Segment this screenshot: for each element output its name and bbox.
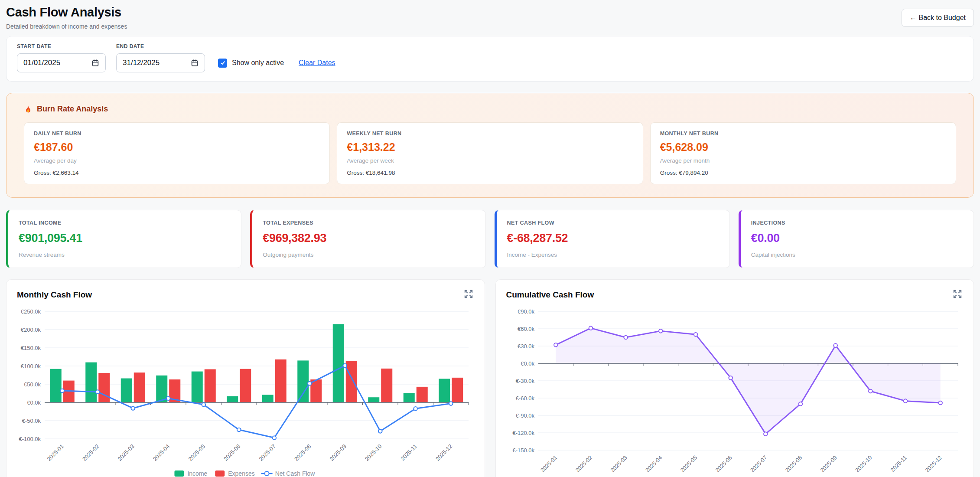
card-caption: Revenue streams [19,252,231,258]
svg-text:Expenses: Expenses [228,470,254,477]
monthly-net-burn-card: MONTHLY NET BURN €5,628.09 Average per m… [650,122,956,184]
svg-text:2025-11: 2025-11 [399,443,418,462]
svg-text:2025-05: 2025-05 [187,443,206,462]
daily-net-burn-card: DAILY NET BURN €187.60 Average per day G… [24,122,330,184]
svg-text:2025-05: 2025-05 [679,454,698,474]
svg-text:2025-09: 2025-09 [819,454,838,474]
expand-icon [464,289,473,299]
svg-text:€90.0k: €90.0k [517,308,534,315]
chart-header: Monthly Cash Flow [17,288,474,301]
svg-text:Income: Income [187,470,207,477]
weekly-net-burn-card: WEEKLY NET BURN €1,313.22 Average per we… [337,122,643,184]
show-only-active-row: Show only active [218,53,284,72]
svg-text:€0.0k: €0.0k [521,360,534,367]
calendar-icon[interactable] [91,59,99,67]
card-label: INJECTIONS [751,220,963,226]
start-date-value: 01/01/2025 [23,59,60,67]
svg-text:2025-09: 2025-09 [329,443,348,462]
start-date-field: START DATE 01/01/2025 [17,43,106,72]
svg-text:Net Cash Flow: Net Cash Flow [275,470,316,477]
start-date-input[interactable]: 01/01/2025 [17,53,106,72]
svg-text:2025-10: 2025-10 [854,454,873,474]
svg-text:2025-08: 2025-08 [784,454,803,474]
end-date-field: END DATE 31/12/2025 [116,43,205,72]
calendar-icon[interactable] [191,59,199,67]
card-value: €969,382.93 [263,232,475,245]
svg-text:€-50.0k: €-50.0k [22,418,41,424]
card-label: WEEKLY NET BURN [347,131,633,137]
svg-text:2025-02: 2025-02 [574,454,593,474]
card-value: €1,313.22 [347,141,633,154]
page-header: Cash Flow Analysis Detailed breakdown of… [6,5,974,30]
card-label: TOTAL EXPENSES [263,220,475,226]
svg-text:2025-06: 2025-06 [222,443,241,462]
cumulative-cash-flow-chart: €90.0k€60.0k€30.0k€0.0k€-30.0k€-60.0k€-9… [506,305,963,477]
header-text: Cash Flow Analysis Detailed breakdown of… [6,5,127,30]
svg-text:€-120.0k: €-120.0k [512,430,534,436]
card-value: €0.00 [751,232,963,245]
svg-text:2025-07: 2025-07 [749,454,768,474]
svg-text:2025-10: 2025-10 [364,443,383,462]
card-value: €901,095.41 [19,232,231,245]
svg-text:€30.0k: €30.0k [517,343,534,350]
svg-text:2025-11: 2025-11 [889,454,908,474]
burn-rate-header: Burn Rate Analysis [24,105,956,114]
filter-bar: START DATE 01/01/2025 END DATE 31/12/202… [6,36,974,82]
chart-title: Monthly Cash Flow [17,290,92,300]
charts-row: Monthly Cash Flow €250.0k€200.0k€150.0k€… [6,279,974,477]
end-date-input[interactable]: 31/12/2025 [116,53,205,72]
svg-text:€-60.0k: €-60.0k [515,395,534,402]
net-cash-flow-card: NET CASH FLOW €-68,287.52 Income - Expen… [495,210,730,268]
total-income-card: TOTAL INCOME €901,095.41 Revenue streams [6,210,241,268]
card-label: NET CASH FLOW [507,220,719,226]
back-to-budget-button[interactable]: ← Back to Budget [902,9,974,27]
svg-text:€-30.0k: €-30.0k [515,378,534,384]
svg-text:2025-06: 2025-06 [714,454,733,474]
card-caption: Outgoing payments [263,252,475,258]
card-gross: Gross: €2,663.14 [34,170,320,176]
expand-icon [953,289,962,299]
card-gross: Gross: €18,641.98 [347,170,633,176]
expand-button[interactable] [463,288,474,301]
svg-text:2025-01: 2025-01 [46,443,65,462]
end-date-value: 31/12/2025 [123,59,160,67]
end-date-label: END DATE [116,43,205,49]
card-caption: Income - Expenses [507,252,719,258]
svg-text:2025-08: 2025-08 [293,443,312,462]
svg-text:€250.0k: €250.0k [21,308,41,315]
svg-text:2025-01: 2025-01 [539,454,558,474]
injections-card: INJECTIONS €0.00 Capital injections [739,210,974,268]
cumulative-cash-flow-card: Cumulative Cash Flow €90.0k€60.0k€30.0k€… [495,279,974,477]
chart-title: Cumulative Cash Flow [506,290,594,300]
check-icon [220,60,226,66]
svg-text:€150.0k: €150.0k [21,345,41,351]
flame-icon [24,105,33,114]
svg-text:€-150.0k: €-150.0k [512,447,534,454]
burn-rate-section: Burn Rate Analysis DAILY NET BURN €187.6… [6,93,974,198]
page-title: Cash Flow Analysis [6,5,127,20]
svg-text:2025-12: 2025-12 [924,454,943,474]
svg-text:€100.0k: €100.0k [21,363,41,369]
svg-text:€50.0k: €50.0k [24,381,41,388]
svg-text:€-100.0k: €-100.0k [19,436,41,442]
svg-text:2025-12: 2025-12 [434,443,453,462]
card-label: TOTAL INCOME [19,220,231,226]
page-subtitle: Detailed breakdown of income and expense… [6,23,127,30]
card-caption: Capital injections [751,252,963,258]
svg-text:2025-03: 2025-03 [609,454,628,474]
svg-text:€-90.0k: €-90.0k [515,412,534,419]
svg-text:2025-04: 2025-04 [152,443,171,462]
monthly-cash-flow-card: Monthly Cash Flow €250.0k€200.0k€150.0k€… [6,279,485,477]
svg-text:€200.0k: €200.0k [21,327,41,333]
clear-dates-link[interactable]: Clear Dates [299,53,335,72]
show-only-active-checkbox[interactable] [218,59,227,68]
burn-rate-title: Burn Rate Analysis [37,105,108,114]
expand-button[interactable] [952,288,963,301]
svg-text:2025-04: 2025-04 [644,454,663,474]
burn-rate-cards: DAILY NET BURN €187.60 Average per day G… [24,122,956,184]
card-label: MONTHLY NET BURN [660,131,946,137]
svg-text:2025-02: 2025-02 [81,443,100,462]
total-expenses-card: TOTAL EXPENSES €969,382.93 Outgoing paym… [250,210,485,268]
svg-text:€60.0k: €60.0k [517,326,534,332]
cash-flow-page: Cash Flow Analysis Detailed breakdown of… [0,0,980,477]
